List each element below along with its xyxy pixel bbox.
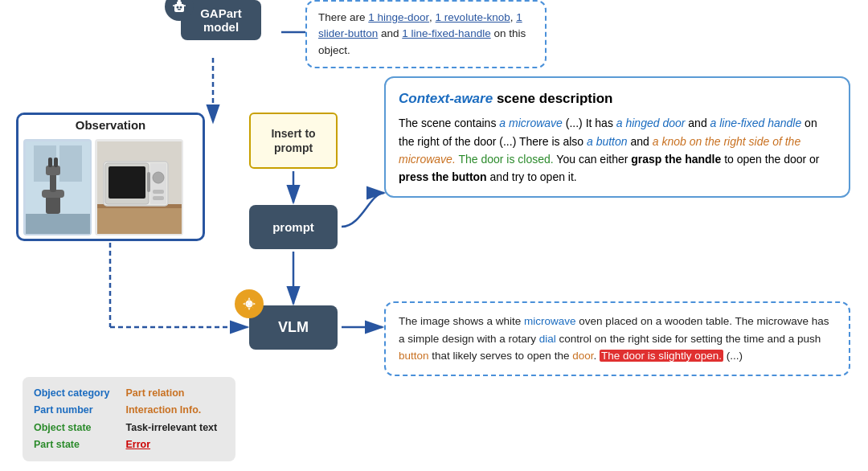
legend-interaction-info: Interaction Info. <box>125 402 217 419</box>
observation-label: Observation <box>18 115 203 135</box>
vlm-label: VLM <box>278 319 309 336</box>
svg-rect-35 <box>108 166 145 199</box>
svg-point-11 <box>177 6 179 9</box>
context-box: Context-aware scene description The scen… <box>384 76 850 198</box>
vlm-box: VLM <box>249 305 338 350</box>
legend-part-number: Part number <box>34 402 109 419</box>
context-title-bold: scene description <box>497 91 613 106</box>
svg-rect-39 <box>153 196 164 200</box>
prompt-box: prompt <box>249 205 338 249</box>
svg-rect-40 <box>147 172 150 192</box>
robot-arm-image <box>23 139 92 236</box>
svg-rect-28 <box>54 158 58 167</box>
svg-rect-13 <box>178 9 181 10</box>
svg-rect-22 <box>59 145 82 182</box>
context-title-italic: Context-aware <box>399 91 493 106</box>
gear-icon-circle <box>235 289 264 318</box>
part1: 1 hinge-door <box>368 11 429 23</box>
svg-rect-19 <box>26 214 90 234</box>
part2: 1 revolute-knob <box>436 11 510 23</box>
svg-point-12 <box>180 6 182 9</box>
sep1: , <box>429 11 436 23</box>
part4: 1 line-fixed-handle <box>402 27 490 39</box>
legend-task-irrelevant: Task-irrelevant text <box>125 420 217 436</box>
legend-part-relation: Part relation <box>125 385 217 402</box>
gapart-label-line1: GAPart <box>200 6 242 20</box>
context-text: The scene contains a microwave (...) It … <box>399 114 836 186</box>
prompt-label: prompt <box>272 220 314 234</box>
sep3: and <box>378 27 402 39</box>
legend-object-state: Object state <box>34 420 109 436</box>
context-title: Context-aware scene description <box>399 88 836 109</box>
vlm-output-text: The image shows a white microwave oven p… <box>399 315 829 362</box>
gapart-output-bubble: There are 1 hinge-door, 1 revolute-knob,… <box>305 0 547 68</box>
svg-rect-10 <box>177 2 182 5</box>
vlm-highlight-text: The door is slightly open. <box>600 350 723 362</box>
insert-to-prompt-box: Insert toprompt <box>249 113 338 169</box>
legend-col1: Object category Part number Object state… <box>34 385 109 453</box>
main-container: GAPart model There are 1 hinge-door, 1 r… <box>0 0 868 471</box>
svg-rect-16 <box>178 0 181 2</box>
svg-rect-9 <box>174 4 184 12</box>
svg-rect-38 <box>153 190 164 194</box>
legend-row: Object category Part number Object state… <box>34 385 224 453</box>
legend-object-category: Object category <box>34 385 109 402</box>
gapart-text-prefix: There are <box>318 11 368 23</box>
gapart-label-line2: model <box>203 20 239 34</box>
microwave-image <box>95 139 183 236</box>
observation-box: Observation <box>16 113 205 241</box>
legend-part-state: Part state <box>34 436 109 453</box>
insert-label: Insert toprompt <box>271 126 315 155</box>
svg-point-37 <box>153 172 164 183</box>
legend-col2: Part relation Interaction Info. Task-irr… <box>125 385 217 453</box>
legend-box: Object category Part number Object state… <box>23 377 235 461</box>
svg-rect-27 <box>48 158 52 167</box>
vlm-output-box: The image shows a white microwave oven p… <box>384 301 850 376</box>
svg-rect-26 <box>46 166 60 175</box>
observation-images <box>18 135 203 240</box>
legend-error: Error <box>125 436 217 453</box>
svg-rect-30 <box>97 206 182 234</box>
